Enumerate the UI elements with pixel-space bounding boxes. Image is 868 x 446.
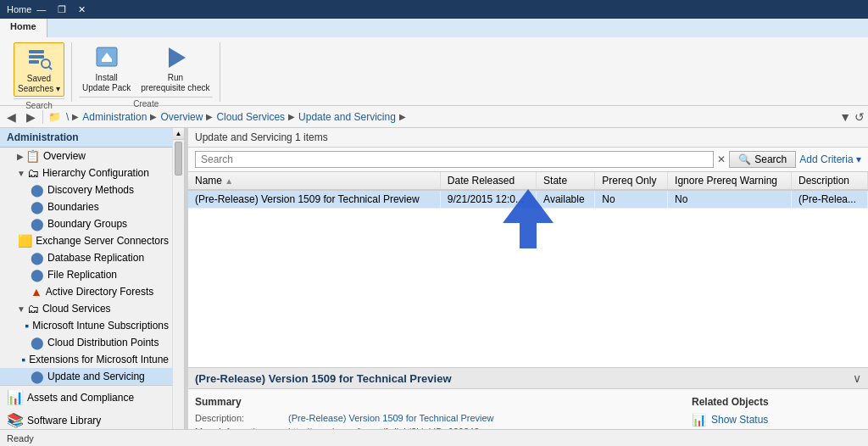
boundaries-icon: ⬤ xyxy=(31,200,44,214)
cell-prereq-only: No xyxy=(595,190,668,209)
scroll-up-button[interactable]: ▲ xyxy=(173,128,184,140)
install-update-label: InstallUpdate Pack xyxy=(82,73,131,93)
nav-separator xyxy=(42,110,43,124)
hierarchy-icon: 🗂 xyxy=(27,166,39,180)
nav-path-root[interactable]: \ xyxy=(66,111,69,123)
search-input[interactable] xyxy=(195,151,714,168)
restore-button[interactable]: ❐ xyxy=(53,3,71,16)
back-button[interactable]: ◀ xyxy=(3,109,19,125)
sidebar-scroll[interactable]: ▶ 📋 Overview ▼ 🗂 Hierarchy Configuration… xyxy=(0,148,172,385)
ribbon-tabs: Home xyxy=(0,19,868,37)
sidebar-item-hierarchy-config[interactable]: ▼ 🗂 Hierarchy Configuration xyxy=(0,164,172,181)
sidebar-bottom-software-library[interactable]: 📚 Software Library xyxy=(0,409,172,432)
sidebar-label-overview: Overview xyxy=(43,150,86,162)
svg-rect-0 xyxy=(29,50,44,53)
forward-button[interactable]: ▶ xyxy=(23,109,39,125)
cell-state: Available xyxy=(537,190,595,209)
sidebar-item-cloud-distribution[interactable]: ⬤ Cloud Distribution Points xyxy=(0,334,172,351)
nav-dropdown-button[interactable]: ▼ xyxy=(839,110,851,124)
nav-path-administration[interactable]: Administration xyxy=(82,111,147,123)
sidebar-label-boundaries: Boundaries xyxy=(47,201,99,213)
sidebar-label-assets: Assets and Compliance xyxy=(27,392,134,404)
svg-point-3 xyxy=(42,59,50,68)
detail-collapse-button[interactable]: ∨ xyxy=(853,371,861,385)
sidebar-item-discovery-methods[interactable]: ⬤ Discovery Methods xyxy=(0,181,172,198)
sidebar-label-update-servicing: Update and Servicing xyxy=(47,371,145,382)
svg-line-4 xyxy=(49,67,52,70)
sidebar-item-intune-subscriptions[interactable]: ▪ Microsoft Intune Subscriptions xyxy=(0,317,172,334)
close-button[interactable]: ✕ xyxy=(73,3,91,16)
sidebar-label-file-replication: File Replication xyxy=(47,269,117,281)
table-row[interactable]: (Pre-Release) Version 1509 for Technical… xyxy=(188,190,868,209)
sidebar-item-active-directory[interactable]: ▲ Active Directory Forests xyxy=(0,283,172,300)
sidebar-scrollbar[interactable]: ▲ ▼ xyxy=(172,128,184,446)
sidebar-item-cloud-services[interactable]: ▼ 🗂 Cloud Services xyxy=(0,300,172,317)
scroll-track[interactable] xyxy=(173,140,184,435)
summary-title: Summary xyxy=(195,396,678,408)
title-bar-text: Home xyxy=(7,4,31,14)
related-title: Related Objects xyxy=(692,396,861,408)
description-label: Description: xyxy=(195,413,288,423)
sidebar-label-cloud-services: Cloud Services xyxy=(42,303,111,315)
sidebar: Administration ▶ 📋 Overview ▼ 🗂 Hierarch… xyxy=(0,128,172,446)
nav-path-cloud-services[interactable]: Cloud Services xyxy=(216,111,285,123)
cell-ignore-prereq: No xyxy=(668,190,792,209)
svg-rect-2 xyxy=(29,60,39,64)
sidebar-label-intune: Microsoft Intune Subscriptions xyxy=(32,320,169,332)
show-status-item[interactable]: 📊 Show Status xyxy=(692,413,861,426)
sidebar-item-overview[interactable]: ▶ 📋 Overview xyxy=(0,148,172,164)
col-name[interactable]: Name ▲ xyxy=(188,172,440,190)
sidebar-item-database-replication[interactable]: ⬤ Database Replication xyxy=(0,249,172,266)
database-replication-icon: ⬤ xyxy=(31,251,44,265)
sidebar-label-software-library: Software Library xyxy=(27,415,101,426)
discovery-icon: ⬤ xyxy=(31,183,44,197)
col-description[interactable]: Description xyxy=(792,172,868,190)
search-button[interactable]: 🔍 Search xyxy=(729,151,796,168)
ribbon-search-group-label: Search xyxy=(14,98,64,110)
intune-icon: ▪ xyxy=(25,319,29,332)
overview-icon: 📋 xyxy=(25,149,40,163)
search-clear-button[interactable]: ✕ xyxy=(717,153,726,165)
add-criteria-button[interactable]: Add Criteria ▾ xyxy=(799,153,861,165)
svg-rect-1 xyxy=(29,55,44,59)
col-prereq-only[interactable]: Prereq Only xyxy=(595,172,668,190)
svg-marker-8 xyxy=(169,47,186,68)
scroll-thumb[interactable] xyxy=(175,142,182,176)
sidebar-item-file-replication[interactable]: ⬤ File Replication xyxy=(0,266,172,283)
sidebar-bottom-assets[interactable]: 📊 Assets and Compliance xyxy=(0,386,172,409)
col-date-released[interactable]: Date Released xyxy=(440,172,536,190)
description-value: (Pre-Release) Version 1509 for Technical… xyxy=(288,413,678,423)
nav-path-overview[interactable]: Overview xyxy=(160,111,203,123)
minimize-button[interactable]: — xyxy=(31,3,51,16)
search-btn-icon: 🔍 xyxy=(738,153,751,165)
saved-searches-button[interactable]: SavedSearches ▾ xyxy=(14,42,64,97)
col-ignore-prereq[interactable]: Ignore Prereq Warning xyxy=(668,172,792,190)
sidebar-item-extensions-intune[interactable]: ▪ Extensions for Microsoft Intune xyxy=(0,351,172,368)
sidebar-item-update-servicing[interactable]: ⬤ Update and Servicing xyxy=(0,368,172,385)
nav-path-update-servicing[interactable]: Update and Servicing xyxy=(298,111,396,123)
nav-refresh-button[interactable]: ↺ xyxy=(854,110,865,124)
sidebar-label-extensions-intune: Extensions for Microsoft Intune xyxy=(29,354,169,365)
tab-home[interactable]: Home xyxy=(0,19,47,37)
detail-header: (Pre-Release) Version 1509 for Technical… xyxy=(188,368,868,389)
title-bar: Home — ❐ ✕ xyxy=(0,0,868,19)
cloud-distribution-icon: ⬤ xyxy=(31,336,44,349)
content-header: Update and Servicing 1 items xyxy=(188,128,868,148)
nav-path: \ ▶ Administration ▶ Overview ▶ Cloud Se… xyxy=(66,111,406,123)
cell-description: (Pre-Relea... xyxy=(792,190,868,209)
status-text: Ready xyxy=(7,433,34,443)
boundary-groups-icon: ⬤ xyxy=(31,217,44,231)
software-library-icon: 📚 xyxy=(7,412,24,428)
table-container[interactable]: Name ▲ Date Released State Prereq Only I… xyxy=(188,172,868,367)
sidebar-item-boundary-groups[interactable]: ⬤ Boundary Groups xyxy=(0,215,172,232)
sidebar-header: Administration xyxy=(0,128,172,148)
ribbon: Home SavedSearches ▾ xyxy=(0,19,868,106)
detail-description-row: Description: (Pre-Release) Version 1509 … xyxy=(195,413,678,423)
run-prereq-check-button[interactable]: Runprerequisite check xyxy=(137,42,213,95)
sidebar-item-exchange-server[interactable]: 🟨 Exchange Server Connectors xyxy=(0,232,172,249)
svg-rect-7 xyxy=(102,59,112,62)
col-state[interactable]: State xyxy=(537,172,595,190)
sidebar-label-exchange: Exchange Server Connectors xyxy=(36,235,169,247)
sidebar-item-boundaries[interactable]: ⬤ Boundaries xyxy=(0,198,172,215)
install-update-pack-button[interactable]: InstallUpdate Pack xyxy=(79,42,134,95)
